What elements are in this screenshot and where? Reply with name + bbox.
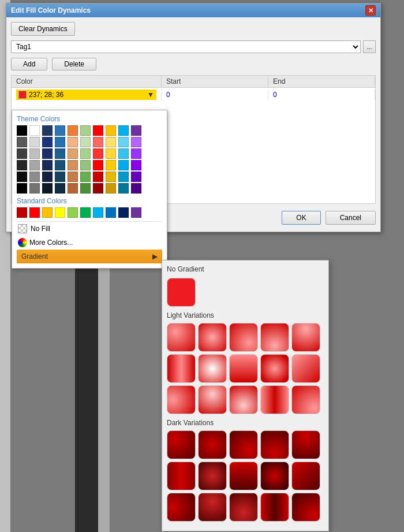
- close-button[interactable]: ✕: [365, 5, 376, 16]
- standard-color-swatch-4[interactable]: [68, 207, 78, 218]
- cancel-button[interactable]: Cancel: [326, 211, 376, 225]
- theme-color-swatch-57[interactable]: [106, 183, 116, 194]
- theme-color-swatch-40[interactable]: [17, 172, 27, 182]
- light-gradient-7[interactable]: [198, 354, 227, 383]
- theme-color-swatch-21[interactable]: [29, 148, 40, 159]
- theme-color-swatch-18[interactable]: [118, 137, 129, 147]
- theme-color-swatch-3[interactable]: [55, 125, 65, 136]
- theme-color-swatch-38[interactable]: [118, 160, 129, 170]
- theme-color-swatch-51[interactable]: [29, 183, 40, 194]
- gradient-no-fill-swatch[interactable]: [167, 278, 196, 307]
- light-gradient-13[interactable]: [229, 385, 258, 414]
- light-gradient-8[interactable]: [229, 354, 258, 383]
- theme-color-swatch-26[interactable]: [93, 148, 103, 159]
- theme-color-swatch-50[interactable]: [17, 183, 27, 194]
- theme-color-swatch-0[interactable]: [17, 125, 27, 136]
- theme-color-swatch-4[interactable]: [68, 125, 78, 136]
- theme-color-swatch-20[interactable]: [17, 148, 27, 159]
- theme-color-swatch-6[interactable]: [93, 125, 103, 136]
- theme-color-swatch-11[interactable]: [29, 137, 40, 147]
- standard-color-swatch-3[interactable]: [55, 207, 65, 218]
- theme-color-swatch-12[interactable]: [42, 137, 53, 147]
- theme-color-swatch-31[interactable]: [29, 160, 40, 170]
- theme-color-swatch-27[interactable]: [106, 148, 116, 159]
- theme-color-swatch-36[interactable]: [93, 160, 103, 170]
- light-gradient-12[interactable]: [198, 385, 227, 414]
- standard-color-swatch-7[interactable]: [106, 207, 116, 218]
- theme-color-swatch-53[interactable]: [55, 183, 65, 194]
- dark-gradient-9[interactable]: [260, 462, 289, 490]
- standard-color-swatch-6[interactable]: [93, 207, 103, 218]
- theme-color-swatch-59[interactable]: [131, 183, 141, 194]
- more-colors-option[interactable]: More Colors...: [17, 236, 162, 250]
- dark-gradient-8[interactable]: [229, 462, 258, 490]
- theme-color-swatch-34[interactable]: [68, 160, 78, 170]
- theme-color-swatch-15[interactable]: [80, 137, 91, 147]
- light-gradient-6[interactable]: [167, 354, 196, 383]
- theme-color-swatch-33[interactable]: [55, 160, 65, 170]
- color-cell-content[interactable]: 237; 28; 36 ▼: [16, 90, 156, 100]
- light-gradient-14[interactable]: [260, 385, 289, 414]
- theme-color-swatch-56[interactable]: [93, 183, 103, 194]
- standard-color-swatch-1[interactable]: [29, 207, 40, 218]
- theme-color-swatch-13[interactable]: [55, 137, 65, 147]
- theme-color-swatch-24[interactable]: [68, 148, 78, 159]
- tag-select[interactable]: Tag1: [11, 40, 361, 53]
- theme-color-swatch-39[interactable]: [131, 160, 141, 170]
- theme-color-swatch-42[interactable]: [42, 172, 53, 182]
- theme-color-swatch-25[interactable]: [80, 148, 91, 159]
- theme-color-swatch-19[interactable]: [131, 137, 141, 147]
- standard-color-swatch-8[interactable]: [118, 207, 129, 218]
- gradient-option[interactable]: Gradient ▶: [17, 250, 162, 263]
- standard-color-swatch-9[interactable]: [131, 207, 141, 218]
- light-gradient-15[interactable]: [291, 385, 320, 414]
- light-gradient-5[interactable]: [291, 323, 320, 352]
- theme-color-swatch-32[interactable]: [42, 160, 53, 170]
- theme-color-swatch-43[interactable]: [55, 172, 65, 182]
- theme-color-swatch-14[interactable]: [68, 137, 78, 147]
- theme-color-swatch-1[interactable]: [29, 125, 40, 136]
- theme-color-swatch-7[interactable]: [106, 125, 116, 136]
- dark-gradient-12[interactable]: [198, 493, 227, 522]
- dark-gradient-15[interactable]: [291, 493, 320, 522]
- theme-color-swatch-44[interactable]: [68, 172, 78, 182]
- standard-color-swatch-0[interactable]: [17, 207, 27, 218]
- dark-gradient-2[interactable]: [198, 430, 227, 459]
- dark-gradient-11[interactable]: [167, 493, 196, 522]
- color-cell[interactable]: 237; 28; 36 ▼: [12, 88, 162, 101]
- theme-color-swatch-16[interactable]: [93, 137, 103, 147]
- theme-color-swatch-8[interactable]: [118, 125, 129, 136]
- theme-color-swatch-41[interactable]: [29, 172, 40, 182]
- dark-gradient-3[interactable]: [229, 430, 258, 459]
- theme-color-swatch-9[interactable]: [131, 125, 141, 136]
- light-gradient-1[interactable]: [167, 323, 196, 352]
- dark-gradient-7[interactable]: [198, 462, 227, 490]
- no-fill-option[interactable]: No Fill: [17, 221, 162, 236]
- dark-gradient-13[interactable]: [229, 493, 258, 522]
- light-gradient-11[interactable]: [167, 385, 196, 414]
- dark-gradient-14[interactable]: [260, 493, 289, 522]
- theme-color-swatch-52[interactable]: [42, 183, 53, 194]
- dark-gradient-1[interactable]: [167, 430, 196, 459]
- tag-browse-button[interactable]: ...: [363, 40, 376, 53]
- dark-gradient-10[interactable]: [291, 462, 320, 490]
- delete-button[interactable]: Delete: [52, 58, 96, 70]
- theme-color-swatch-2[interactable]: [42, 125, 53, 136]
- light-gradient-2[interactable]: [198, 323, 227, 352]
- dark-gradient-6[interactable]: [167, 462, 196, 490]
- standard-color-swatch-2[interactable]: [42, 207, 53, 218]
- add-button[interactable]: Add: [11, 58, 47, 70]
- theme-color-swatch-46[interactable]: [93, 172, 103, 182]
- theme-color-swatch-54[interactable]: [68, 183, 78, 194]
- light-gradient-4[interactable]: [260, 323, 289, 352]
- theme-color-swatch-37[interactable]: [106, 160, 116, 170]
- color-dropdown-arrow-icon[interactable]: ▼: [147, 91, 154, 99]
- theme-color-swatch-45[interactable]: [80, 172, 91, 182]
- theme-color-swatch-58[interactable]: [118, 183, 129, 194]
- theme-color-swatch-47[interactable]: [106, 172, 116, 182]
- theme-color-swatch-28[interactable]: [118, 148, 129, 159]
- dark-gradient-4[interactable]: [260, 430, 289, 459]
- theme-color-swatch-30[interactable]: [17, 160, 27, 170]
- theme-color-swatch-48[interactable]: [118, 172, 129, 182]
- theme-color-swatch-10[interactable]: [17, 137, 27, 147]
